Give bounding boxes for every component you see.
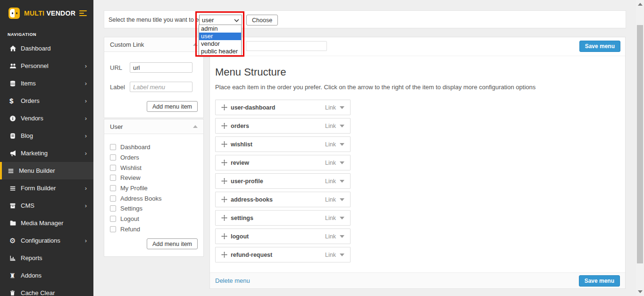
sidebar-item-label: Dashboard bbox=[21, 45, 51, 52]
checkbox[interactable] bbox=[110, 216, 116, 222]
move-icon[interactable] bbox=[221, 233, 227, 239]
checkbox[interactable] bbox=[110, 195, 116, 202]
move-icon[interactable] bbox=[221, 141, 227, 147]
checkbox-row-orders: Orders bbox=[110, 152, 198, 163]
dropdown-option-public-header[interactable]: public header bbox=[199, 48, 241, 55]
expand-caret-icon[interactable] bbox=[340, 217, 344, 220]
menu-item-type: Link bbox=[325, 252, 336, 258]
menu-item-row[interactable]: user-profileLink bbox=[215, 173, 351, 189]
dropdown-option-admin[interactable]: admin bbox=[199, 25, 241, 33]
delete-menu-link[interactable]: Delete menu bbox=[215, 277, 250, 284]
expand-caret-icon[interactable] bbox=[340, 143, 344, 146]
move-icon[interactable] bbox=[221, 178, 227, 184]
url-input[interactable] bbox=[130, 62, 192, 73]
menu-item-type: Link bbox=[325, 123, 336, 129]
menu-item-row[interactable]: reviewLink bbox=[215, 155, 351, 170]
label-input[interactable] bbox=[130, 82, 192, 92]
sidebar-item-label: Addons bbox=[21, 272, 42, 279]
checkbox[interactable] bbox=[110, 205, 116, 211]
expand-caret-icon[interactable] bbox=[340, 180, 344, 183]
save-menu-button-bottom[interactable]: Save menu bbox=[579, 275, 620, 287]
checkbox-row-review: Review bbox=[110, 173, 198, 183]
move-icon[interactable] bbox=[221, 104, 227, 110]
blog-icon bbox=[9, 133, 21, 139]
sidebar-item-label: Media Manager bbox=[21, 220, 63, 227]
sidebar-item-configurations[interactable]: ⚙ Configurations › bbox=[0, 232, 93, 249]
checkbox[interactable] bbox=[110, 175, 116, 181]
checkbox-row-wishlist: Wishlist bbox=[110, 162, 198, 173]
expand-caret-icon[interactable] bbox=[340, 254, 344, 256]
sidebar-item-items[interactable]: Items › bbox=[0, 75, 93, 92]
move-icon[interactable] bbox=[221, 252, 227, 258]
sidebar-item-reports[interactable]: Reports bbox=[0, 249, 93, 267]
chevron-down-icon bbox=[234, 17, 239, 24]
chevron-right-icon: › bbox=[85, 150, 87, 157]
sidebar-item-blog[interactable]: Blog › bbox=[0, 127, 93, 144]
menu-item-row[interactable]: wishlistLink bbox=[215, 136, 351, 152]
expand-caret-icon[interactable] bbox=[340, 235, 344, 238]
menu-name-input[interactable] bbox=[246, 41, 327, 51]
checkbox[interactable] bbox=[110, 154, 116, 161]
checkbox-row-dashboard: Dashboard bbox=[110, 142, 198, 152]
expand-caret-icon[interactable] bbox=[340, 161, 344, 164]
move-icon[interactable] bbox=[221, 196, 227, 203]
collapse-arrow-icon[interactable] bbox=[193, 125, 198, 128]
menu-item-name: orders bbox=[231, 123, 249, 129]
list-icon bbox=[9, 185, 21, 192]
sidebar-item-dashboard[interactable]: Dashboard bbox=[0, 40, 93, 57]
sidebar-item-cms[interactable]: CMS › bbox=[0, 197, 93, 214]
menu-item-row[interactable]: address-booksLink bbox=[215, 192, 351, 207]
home-icon bbox=[9, 45, 21, 52]
sidebar-item-personnel[interactable]: Personnel › bbox=[0, 57, 93, 75]
sidebar-item-menu-builder[interactable]: Menu Builder bbox=[0, 162, 93, 179]
sidebar-item-cache-clear[interactable]: Cache Clear bbox=[0, 284, 93, 296]
expand-caret-icon[interactable] bbox=[340, 125, 344, 127]
sidebar-item-marketing[interactable]: Marketing › bbox=[0, 144, 93, 162]
move-icon[interactable] bbox=[221, 160, 227, 166]
dropdown-option-user[interactable]: user bbox=[199, 33, 241, 40]
move-icon[interactable] bbox=[221, 123, 227, 129]
sidebar-item-label: Orders bbox=[21, 97, 40, 104]
sidebar-item-vendors[interactable]: Vendors › bbox=[0, 110, 93, 127]
menu-item-row[interactable]: logoutLink bbox=[215, 228, 351, 244]
checkbox-label: Wishlist bbox=[120, 164, 142, 171]
expand-caret-icon[interactable] bbox=[340, 198, 344, 201]
checkbox-label: Review bbox=[120, 174, 141, 181]
custom-link-header[interactable]: Custom Link bbox=[104, 37, 203, 52]
add-menu-item-button[interactable]: Add menu item bbox=[147, 238, 198, 249]
menu-item-row[interactable]: user-dashboardLink bbox=[215, 100, 351, 115]
scroll-down-icon[interactable] bbox=[638, 290, 643, 293]
checkbox[interactable] bbox=[110, 185, 116, 191]
vertical-scrollbar[interactable] bbox=[636, 0, 644, 296]
save-menu-button-top[interactable]: Save menu bbox=[579, 41, 620, 52]
menu-item-row[interactable]: settingsLink bbox=[215, 210, 351, 226]
add-menu-item-button[interactable]: Add menu item bbox=[147, 101, 198, 112]
brand-title: MULTI VENDOR bbox=[24, 9, 75, 17]
checkbox[interactable] bbox=[110, 144, 116, 150]
sidebar-item-orders[interactable]: $ Orders › bbox=[0, 92, 93, 110]
menu-items-list: user-dashboardLink ordersLink wishlistLi… bbox=[215, 100, 620, 262]
menu-title-select[interactable]: user bbox=[199, 15, 242, 25]
expand-caret-icon[interactable] bbox=[340, 106, 344, 109]
checkbox-label: Refund bbox=[120, 226, 140, 233]
checkbox[interactable] bbox=[110, 165, 116, 171]
menu-item-type: Link bbox=[325, 160, 336, 166]
menu-item-row[interactable]: refund-requestLink bbox=[215, 247, 351, 262]
collapse-arrow-icon[interactable] bbox=[193, 43, 198, 46]
scrollbar-thumb[interactable] bbox=[637, 25, 643, 263]
sidebar-item-label: Marketing bbox=[21, 150, 48, 157]
checkbox[interactable] bbox=[110, 226, 116, 232]
chevron-right-icon: › bbox=[85, 202, 87, 209]
sidebar-item-media-manager[interactable]: Media Manager bbox=[0, 214, 93, 232]
checkbox-label: My Profile bbox=[120, 185, 148, 192]
choose-button[interactable]: Choose bbox=[246, 15, 278, 25]
sidebar-item-addons[interactable]: ♜ Addons bbox=[0, 267, 93, 284]
sidebar-toggle-icon[interactable] bbox=[79, 10, 87, 16]
scroll-up-icon[interactable] bbox=[638, 3, 643, 6]
sidebar-item-form-builder[interactable]: Form Builder › bbox=[0, 179, 93, 197]
menu-structure-panel: Save menu Menu Structure Place each item… bbox=[209, 37, 626, 289]
user-panel-header[interactable]: User bbox=[104, 119, 203, 134]
menu-item-row[interactable]: ordersLink bbox=[215, 118, 351, 134]
move-icon[interactable] bbox=[221, 215, 227, 221]
dropdown-option-vendor[interactable]: vendor bbox=[199, 40, 241, 48]
